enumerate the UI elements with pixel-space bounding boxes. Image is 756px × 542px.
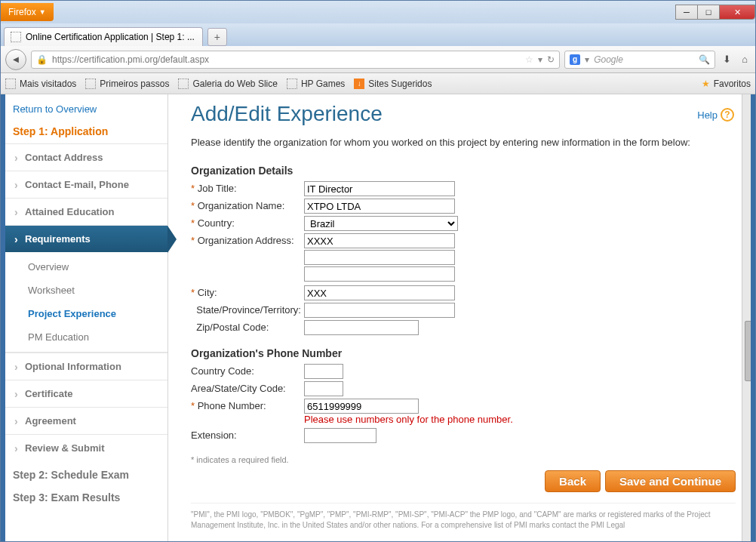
section-org-details: Organization Details [191, 165, 736, 177]
back-button[interactable]: Back [545, 470, 601, 492]
bookmark-item[interactable]: Galeria do Web Slice [178, 79, 278, 89]
step1-heading: Step 1: Application [5, 122, 167, 143]
save-continue-button[interactable]: Save and Continue [605, 470, 736, 492]
search-icon[interactable]: 🔍 [699, 54, 710, 65]
sidebar-sub-overview[interactable]: Overview [5, 255, 167, 279]
firefox-label: Firefox [8, 7, 36, 17]
scrollbar-thumb[interactable] [745, 321, 754, 381]
label-extension: Extension: [191, 428, 304, 441]
close-button[interactable]: ✕ [719, 5, 755, 20]
page-icon [11, 32, 21, 42]
browser-tabs: Online Certification Application | Step … [1, 23, 755, 46]
bookmark-item[interactable]: ↓Sites Sugeridos [354, 79, 432, 89]
sidebar-item-education[interactable]: Attained Education [5, 198, 167, 225]
google-icon: g [570, 54, 580, 65]
sidebar-item-contact-email[interactable]: Contact E-mail, Phone [5, 171, 167, 198]
footer-text: "PMI", the PMI logo, "PMBOK", "PgMP", "P… [191, 503, 736, 531]
sidebar-item-agreement[interactable]: Agreement [5, 407, 167, 434]
label-org-address: * Organization Address: [191, 233, 304, 246]
page-icon [5, 79, 16, 89]
zip-input[interactable] [304, 320, 419, 335]
downloads-icon[interactable]: ⬇ [720, 54, 734, 65]
bookmark-item[interactable]: Primeiros passos [85, 79, 169, 89]
intro-text: Please identify the organization for who… [191, 137, 736, 148]
firefox-menu-button[interactable]: Firefox ▼ [1, 3, 54, 21]
help-icon: ? [721, 108, 734, 122]
sidebar: Return to Overview Step 1: Application C… [5, 94, 168, 541]
section-phone: Organization's Phone Number [191, 347, 736, 359]
sidebar-item-review[interactable]: Review & Submit [5, 434, 167, 461]
lock-icon: 🔒 [36, 54, 48, 65]
city-input[interactable] [304, 285, 455, 300]
sidebar-item-optional[interactable]: Optional Information [5, 353, 167, 380]
maximize-button[interactable]: □ [697, 5, 720, 20]
bookmark-item[interactable]: HP Games [287, 79, 345, 89]
home-icon[interactable]: ⌂ [739, 54, 751, 65]
minimize-button[interactable]: ─ [675, 5, 698, 20]
label-city: * City: [191, 285, 304, 298]
page-icon [178, 79, 189, 89]
sidebar-sub-project-experience[interactable]: Project Experience [5, 302, 167, 325]
label-area-code: Area/State/City Code: [191, 381, 304, 394]
sidebar-sub-worksheet[interactable]: Worksheet [5, 279, 167, 302]
window-titlebar: Firefox ▼ ─ □ ✕ [1, 1, 755, 23]
star-icon: ★ [702, 79, 710, 89]
job-title-input[interactable] [304, 181, 455, 196]
sidebar-item-certificate[interactable]: Certificate [5, 380, 167, 407]
favorites-button[interactable]: ★Favoritos [702, 79, 751, 89]
state-input[interactable] [304, 303, 455, 318]
url-text: https://certification.pmi.org/default.as… [52, 54, 209, 65]
area-code-input[interactable] [304, 381, 343, 396]
sidebar-item-contact-address[interactable]: Contact Address [5, 143, 167, 171]
label-phone: * Phone Number: [191, 399, 304, 411]
page-icon [85, 79, 96, 89]
step3-heading: Step 3: Exam Results [5, 484, 167, 507]
refresh-icon[interactable]: ↻ [547, 54, 555, 65]
bookmark-item[interactable]: Mais visitados [5, 79, 76, 89]
required-note: * indicates a required field. [191, 455, 736, 464]
chevron-down-icon: ▼ [39, 8, 46, 16]
url-bar[interactable]: 🔒 https://certification.pmi.org/default.… [31, 51, 560, 69]
address-line3-input[interactable] [304, 266, 455, 282]
extension-input[interactable] [304, 428, 376, 443]
search-bar[interactable]: g ▾ Google 🔍 [564, 51, 715, 69]
search-placeholder: Google [594, 54, 623, 65]
org-name-input[interactable] [304, 199, 455, 214]
address-line2-input[interactable] [304, 250, 455, 265]
back-button[interactable]: ◄ [5, 49, 26, 70]
tab-title: Online Certification Application | Step … [26, 32, 195, 42]
bookmarks-toolbar: Mais visitados Primeiros passos Galeria … [1, 73, 755, 94]
help-link[interactable]: Help ? [697, 108, 734, 122]
scrollbar[interactable] [742, 94, 755, 541]
address-line1-input[interactable] [304, 233, 455, 248]
navigation-toolbar: ◄ 🔒 https://certification.pmi.org/defaul… [1, 46, 755, 73]
country-select[interactable]: Brazil [304, 216, 458, 231]
return-overview-link[interactable]: Return to Overview [5, 100, 167, 122]
page-icon [287, 79, 297, 89]
phone-input[interactable] [304, 399, 419, 414]
label-job-title: * Job Title: [191, 181, 304, 194]
browser-tab-active[interactable]: Online Certification Application | Step … [4, 27, 203, 46]
label-country-code: Country Code: [191, 364, 304, 377]
label-state: State/Province/Territory: [191, 303, 304, 316]
sites-icon: ↓ [354, 79, 364, 89]
sidebar-item-requirements[interactable]: Requirements [5, 225, 167, 252]
page-title: Add/Edit Experience [191, 102, 736, 126]
bookmark-star-icon[interactable]: ☆ [525, 54, 533, 65]
label-org-name: * Organization Name: [191, 199, 304, 211]
main-content: Help ? Add/Edit Experience Please identi… [168, 94, 751, 541]
label-zip: Zip/Postal Code: [191, 320, 304, 333]
new-tab-button[interactable]: + [207, 28, 227, 46]
dropdown-icon[interactable]: ▾ [585, 54, 589, 65]
country-code-input[interactable] [304, 364, 343, 379]
phone-error: Please use numbers only for the phone nu… [304, 414, 736, 425]
dropdown-icon[interactable]: ▾ [538, 54, 542, 65]
step2-heading: Step 2: Schedule Exam [5, 461, 167, 484]
sidebar-sub-pm-education[interactable]: PM Education [5, 325, 167, 349]
label-country: * Country: [191, 216, 304, 229]
